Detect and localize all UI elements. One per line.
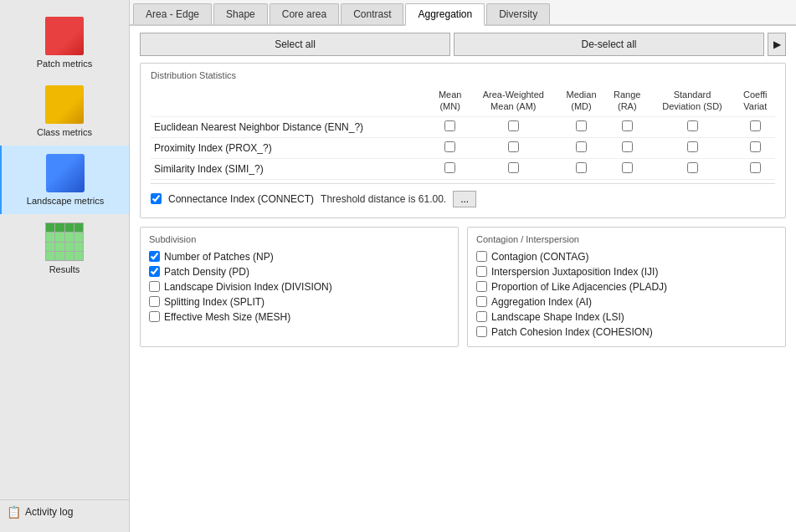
simi-coeff-var-cell xyxy=(736,158,775,179)
pd-checkbox[interactable] xyxy=(149,266,160,277)
contagion-item-pladj: Proportion of Like Adjacencies (PLADJ) xyxy=(476,279,777,294)
simi-mean-mn-checkbox[interactable] xyxy=(444,162,455,173)
table-row: Similarity Index (SIMI_?) xyxy=(151,158,775,179)
enn-area-weighted-checkbox[interactable] xyxy=(508,120,519,131)
np-checkbox[interactable] xyxy=(149,251,160,262)
simi-std-dev-cell xyxy=(649,158,735,179)
toolbar-row: Select all De-select all ▶ xyxy=(140,33,786,56)
enn-median-md-checkbox[interactable] xyxy=(576,120,587,131)
tab-core-area[interactable]: Core area xyxy=(270,3,339,24)
col-header-std-dev: StandardDeviation (SD) xyxy=(649,87,735,116)
contagion-item-iji: Interspersion Juxtaposition Index (IJI) xyxy=(476,264,777,279)
connectance-label: Connectance Index (CONNECT) xyxy=(168,193,314,205)
connectance-threshold: Threshold distance is 61.00. xyxy=(321,193,446,205)
simi-median-md-checkbox[interactable] xyxy=(576,162,587,173)
sidebar-label-class-metrics: Class metrics xyxy=(37,127,92,137)
lower-columns: Subdivision Number of Patches (NP) Patch… xyxy=(140,227,786,347)
subdivision-item-split: Splitting Index (SPLIT) xyxy=(149,294,449,309)
tab-shape[interactable]: Shape xyxy=(213,3,268,24)
subdivision-title: Subdivision xyxy=(149,234,449,244)
prox-std-dev-cell xyxy=(649,137,735,158)
enn-label: Euclidean Nearest Neighbor Distance (ENN… xyxy=(151,116,431,137)
enn-mean-mn-cell xyxy=(431,116,470,137)
table-row: Proximity Index (PROX_?) xyxy=(151,137,775,158)
connectance-row: Connectance Index (CONNECT) Threshold di… xyxy=(151,183,775,211)
prox-label: Proximity Index (PROX_?) xyxy=(151,137,431,158)
arrow-button[interactable]: ▶ xyxy=(768,33,786,56)
iji-checkbox[interactable] xyxy=(476,266,487,277)
simi-area-weighted-cell xyxy=(470,158,557,179)
contagion-item-lsi: Landscape Shape Index (LSI) xyxy=(476,309,777,325)
sidebar-item-results[interactable]: Results xyxy=(0,214,129,283)
landscape-metrics-icon xyxy=(46,154,85,192)
pladj-label: Proportion of Like Adjacencies (PLADJ) xyxy=(491,281,667,293)
tabs-bar: Area - Edge Shape Core area Contrast Agg… xyxy=(130,0,796,26)
tab-contrast[interactable]: Contrast xyxy=(341,3,403,24)
subdivision-item-division: Landscape Division Index (DIVISION) xyxy=(149,279,449,294)
activity-log-icon: 📋 xyxy=(7,505,21,519)
enn-area-weighted-cell xyxy=(470,116,557,137)
class-metrics-icon xyxy=(45,85,84,124)
col-header-coeff-var: CoeffiVariat xyxy=(736,87,775,116)
connectance-settings-button[interactable]: ... xyxy=(453,191,476,207)
prox-area-weighted-checkbox[interactable] xyxy=(508,141,519,152)
subdivision-section: Subdivision Number of Patches (NP) Patch… xyxy=(140,227,459,347)
enn-coeff-var-checkbox[interactable] xyxy=(750,120,761,131)
lsi-checkbox[interactable] xyxy=(476,311,487,322)
enn-coeff-var-cell xyxy=(736,116,775,137)
prox-std-dev-checkbox[interactable] xyxy=(687,141,698,152)
contagion-section: Contagion / Interspersion Contagion (CON… xyxy=(467,227,786,347)
sidebar-label-landscape-metrics: Landscape metrics xyxy=(27,196,104,206)
split-checkbox[interactable] xyxy=(149,296,160,307)
subdivision-item-pd: Patch Density (PD) xyxy=(149,264,449,279)
iji-label: Interspersion Juxtaposition Index (IJI) xyxy=(491,266,658,278)
prox-coeff-var-checkbox[interactable] xyxy=(750,141,761,152)
simi-range-ra-cell xyxy=(605,158,649,179)
mesh-label: Effective Mesh Size (MESH) xyxy=(164,311,290,323)
prox-range-ra-cell xyxy=(605,137,649,158)
contagion-item-contag: Contagion (CONTAG) xyxy=(476,249,777,264)
sidebar-label-results: Results xyxy=(49,264,80,274)
ai-checkbox[interactable] xyxy=(476,296,487,307)
tab-diversity[interactable]: Diversity xyxy=(486,3,550,24)
sidebar-item-patch-metrics[interactable]: Patch metrics xyxy=(0,8,129,77)
simi-range-ra-checkbox[interactable] xyxy=(622,162,633,173)
enn-range-ra-checkbox[interactable] xyxy=(622,120,633,131)
simi-coeff-var-checkbox[interactable] xyxy=(750,162,761,173)
contagion-item-ai: Aggregation Index (AI) xyxy=(476,294,777,309)
tab-aggregation[interactable]: Aggregation xyxy=(405,3,485,26)
prox-mean-mn-checkbox[interactable] xyxy=(444,141,455,152)
simi-area-weighted-checkbox[interactable] xyxy=(508,162,519,173)
connectance-checkbox[interactable] xyxy=(151,193,162,204)
contag-label: Contagion (CONTAG) xyxy=(491,251,588,263)
contagion-item-cohesion: Patch Cohesion Index (COHESION) xyxy=(476,325,777,340)
tab-area-edge[interactable]: Area - Edge xyxy=(133,3,212,24)
col-header-range-ra: Range(RA) xyxy=(605,87,649,116)
enn-std-dev-checkbox[interactable] xyxy=(687,120,698,131)
deselect-all-button[interactable]: De-select all xyxy=(454,33,764,56)
mesh-checkbox[interactable] xyxy=(149,311,160,322)
enn-mean-mn-checkbox[interactable] xyxy=(444,120,455,131)
cohesion-checkbox[interactable] xyxy=(476,326,487,337)
division-checkbox[interactable] xyxy=(149,281,160,292)
sidebar-item-landscape-metrics[interactable]: Landscape metrics xyxy=(0,146,129,214)
split-label: Splitting Index (SPLIT) xyxy=(164,296,264,308)
enn-std-dev-cell xyxy=(649,116,735,137)
activity-log-bar-sidebar[interactable]: 📋 Activity log xyxy=(0,499,129,524)
pladj-checkbox[interactable] xyxy=(476,281,487,292)
prox-median-md-checkbox[interactable] xyxy=(576,141,587,152)
lsi-label: Landscape Shape Index (LSI) xyxy=(491,311,624,323)
subdivision-item-mesh: Effective Mesh Size (MESH) xyxy=(149,309,449,325)
select-all-button[interactable]: Select all xyxy=(140,33,450,56)
prox-mean-mn-cell xyxy=(431,137,470,158)
contagion-title: Contagion / Interspersion xyxy=(476,234,777,244)
prox-range-ra-checkbox[interactable] xyxy=(622,141,633,152)
main-content: Area - Edge Shape Core area Contrast Agg… xyxy=(130,0,796,532)
simi-mean-mn-cell xyxy=(431,158,470,179)
contag-checkbox[interactable] xyxy=(476,251,487,262)
simi-std-dev-checkbox[interactable] xyxy=(687,162,698,173)
sidebar-item-class-metrics[interactable]: Class metrics xyxy=(0,77,129,146)
simi-label: Similarity Index (SIMI_?) xyxy=(151,158,431,179)
results-icon xyxy=(45,223,84,261)
distribution-stats-title: Distribution Statistics xyxy=(151,70,775,80)
